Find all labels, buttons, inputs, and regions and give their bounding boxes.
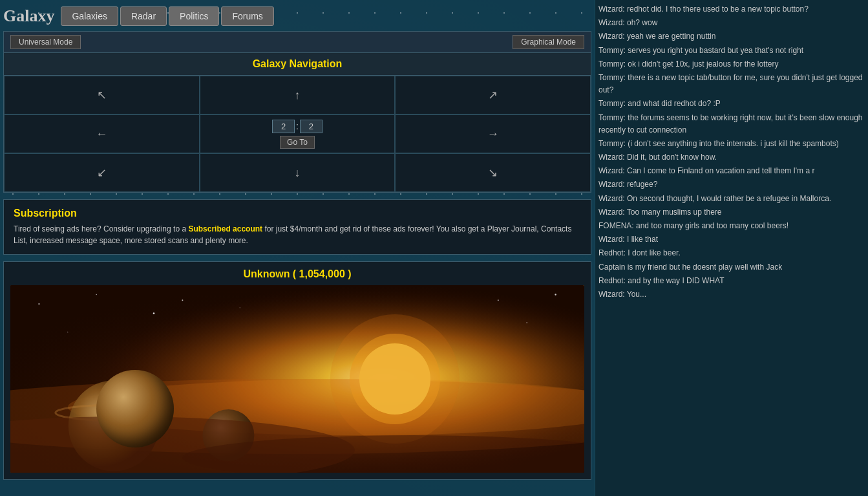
main-content: Galaxy Galaxies Radar Politics Forums Un…	[0, 0, 595, 496]
nav-e[interactable]: →	[395, 114, 591, 153]
chat-message: Tommy: ok i didn't get 10x, just jealous…	[598, 58, 865, 70]
coord-y-input[interactable]	[300, 120, 323, 133]
svg-point-9	[498, 299, 499, 301]
sidebar-chat: Wizard: redhot did. I tho there used to …	[595, 0, 868, 496]
universal-mode-button[interactable]: Universal Mode	[10, 35, 81, 49]
galaxy-image-box: Unknown ( 1,054,000 )	[3, 261, 591, 480]
subscription-text-before: Tired of seeing ads here? Consider upgra…	[14, 224, 188, 233]
header-nav: Galaxy Galaxies Radar Politics Forums	[3, 3, 591, 31]
galaxy-image	[10, 285, 584, 473]
galaxy-image-title: Unknown ( 1,054,000 )	[10, 268, 584, 280]
chat-message: Wizard: oh? wow	[598, 17, 865, 29]
tab-galaxies[interactable]: Galaxies	[61, 6, 118, 26]
chat-message: Wizard: Too many muslims up there	[598, 206, 865, 219]
galaxy-nav-title: Galaxy Navigation	[4, 53, 591, 75]
nav-ne[interactable]: ↗	[395, 76, 591, 114]
goto-button[interactable]: Go To	[280, 136, 315, 149]
subscription-text: Tired of seeing ads here? Consider upgra…	[14, 223, 581, 246]
coord-row: :	[272, 120, 323, 133]
nav-se[interactable]: ↘	[395, 153, 591, 192]
chat-message: Redhot: I dont like beer.	[598, 247, 865, 259]
chat-message: Tommy: and what did redhot do? :P	[598, 98, 865, 110]
chat-message: Wizard: Can I come to Finland on vacatio…	[598, 165, 865, 177]
chat-message: Captain is my friend but he doesnt play …	[598, 261, 865, 274]
chat-message: Tommy: the forums seems to be working ri…	[598, 112, 865, 136]
chat-message: Wizard: You...	[598, 288, 865, 301]
svg-point-13	[68, 379, 584, 435]
chat-message: Wizard: Did it, but don't know how.	[598, 151, 865, 164]
site-title: Galaxy	[3, 6, 54, 26]
tab-radar[interactable]: Radar	[120, 6, 167, 26]
svg-point-3	[38, 303, 39, 305]
tab-politics[interactable]: Politics	[169, 6, 219, 26]
svg-point-19	[330, 314, 460, 444]
svg-point-5	[153, 312, 154, 314]
nav-grid: ↖ ↑ ↗ ← : Go To → ↙ ↓ ↘	[4, 75, 591, 192]
svg-point-10	[526, 322, 527, 323]
chat-message: Wizard: redhot did. I tho there used to …	[598, 3, 865, 16]
chat-message: Wizard: I like that	[598, 233, 865, 246]
chat-message: Tommy: serves you right you bastard but …	[598, 45, 865, 57]
galaxy-nav-box: Universal Mode Graphical Mode Galaxy Nav…	[3, 31, 591, 193]
nav-center: : Go To	[200, 114, 396, 153]
subscription-link[interactable]: Subscribed account	[188, 224, 262, 233]
chat-message: Wizard: yeah we are getting nuttin	[598, 30, 865, 43]
nav-nw[interactable]: ↖	[4, 76, 200, 114]
svg-point-11	[555, 294, 556, 295]
chat-message: Tommy: there is a new topic tab/button f…	[598, 72, 865, 96]
nav-n[interactable]: ↑	[200, 76, 396, 114]
chat-message: Tommy: (i don't see anything into the in…	[598, 138, 865, 150]
chat-message: Wizard: On second thought, I would rathe…	[598, 193, 865, 205]
subscription-title: Subscription	[14, 208, 581, 219]
coord-separator: :	[296, 121, 299, 131]
svg-point-6	[67, 332, 68, 332]
svg-point-8	[240, 307, 240, 308]
coord-x-input[interactable]	[272, 120, 295, 133]
chat-message: Wizard: refugee?	[598, 178, 865, 191]
tab-forums[interactable]: Forums	[221, 6, 273, 26]
nav-s[interactable]: ↓	[200, 153, 396, 192]
svg-point-4	[96, 294, 97, 296]
chat-message: FOMENA: and too many girls and too many …	[598, 220, 865, 232]
nav-sw[interactable]: ↙	[4, 153, 200, 192]
chat-message: Redhot: and by the way I DID WHAT	[598, 275, 865, 287]
mode-bar: Universal Mode Graphical Mode	[4, 32, 591, 53]
nav-w[interactable]: ←	[4, 114, 200, 153]
graphical-mode-button[interactable]: Graphical Mode	[513, 35, 584, 49]
chat-content: Wizard: redhot did. I tho there used to …	[598, 3, 865, 301]
subscription-box: Subscription Tired of seeing ads here? C…	[3, 199, 591, 255]
svg-point-7	[182, 299, 183, 301]
